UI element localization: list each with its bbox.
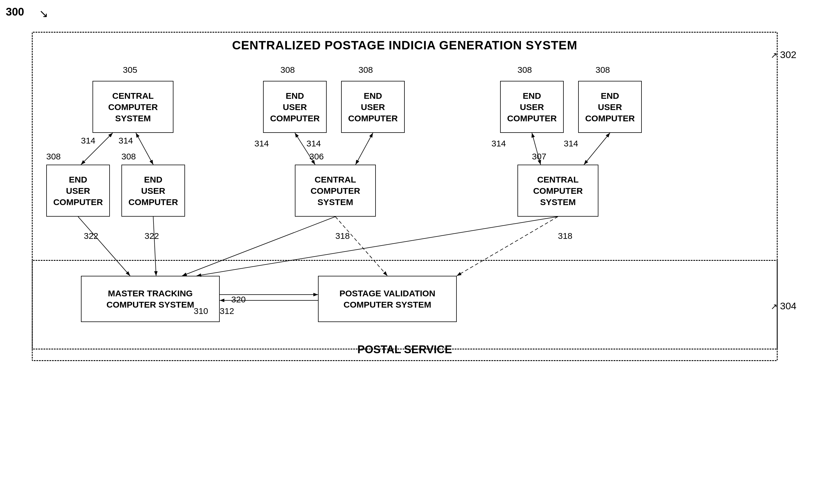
ref-308-b: 308 (121, 152, 136, 161)
ref-302: ↗ 302 (771, 49, 796, 60)
ref-306: 306 (309, 152, 324, 161)
ref-305: 305 (123, 65, 137, 75)
ref-307: 307 (532, 152, 546, 161)
figure-arrow: ↘ (39, 7, 48, 20)
end-user-4: ENDUSERCOMPUTER (341, 81, 405, 133)
ref-322-2: 322 (144, 231, 159, 241)
end-user-5: ENDUSERCOMPUTER (500, 81, 564, 133)
ref-318-2: 318 (558, 231, 572, 241)
ref-320: 320 (231, 295, 246, 304)
ref-304: ↗ 304 (771, 300, 796, 312)
ref-308-f: 308 (595, 65, 610, 75)
end-user-3: ENDUSERCOMPUTER (263, 81, 327, 133)
ref-318-1: 318 (335, 231, 350, 241)
ref-314-2: 314 (118, 136, 133, 146)
postal-title: POSTAL SERVICE (357, 343, 452, 356)
ref-314-3: 314 (255, 139, 269, 148)
central-computer-right: CENTRALCOMPUTERSYSTEM (517, 165, 598, 217)
diagram-container: 300 ↘ CENTRALIZED POSTAGE INDICIA GENERA… (23, 23, 798, 479)
end-user-1: ENDUSERCOMPUTER (46, 165, 110, 217)
central-computer-center: CENTRALCOMPUTERSYSTEM (295, 165, 376, 217)
figure-number: 300 (6, 6, 24, 18)
main-system-title: CENTRALIZED POSTAGE INDICIA GENERATION S… (232, 38, 577, 52)
ref-322-1: 322 (84, 231, 98, 241)
ref-308-c: 308 (281, 65, 295, 75)
ref-314-6: 314 (564, 139, 578, 148)
ref-312: 312 (220, 306, 234, 316)
end-user-2: ENDUSERCOMPUTER (121, 165, 185, 217)
ref-308-a: 308 (46, 152, 61, 161)
central-computer-main: CENTRALCOMPUTERSYSTEM (92, 81, 173, 133)
ref-314-1: 314 (81, 136, 95, 146)
ref-310: 310 (194, 306, 208, 316)
ref-308-e: 308 (517, 65, 532, 75)
end-user-6: ENDUSERCOMPUTER (578, 81, 642, 133)
ref-314-4: 314 (307, 139, 321, 148)
ref-314-5: 314 (491, 139, 506, 148)
ref-308-d: 308 (359, 65, 373, 75)
postage-validation: POSTAGE VALIDATIONCOMPUTER SYSTEM (318, 276, 457, 322)
